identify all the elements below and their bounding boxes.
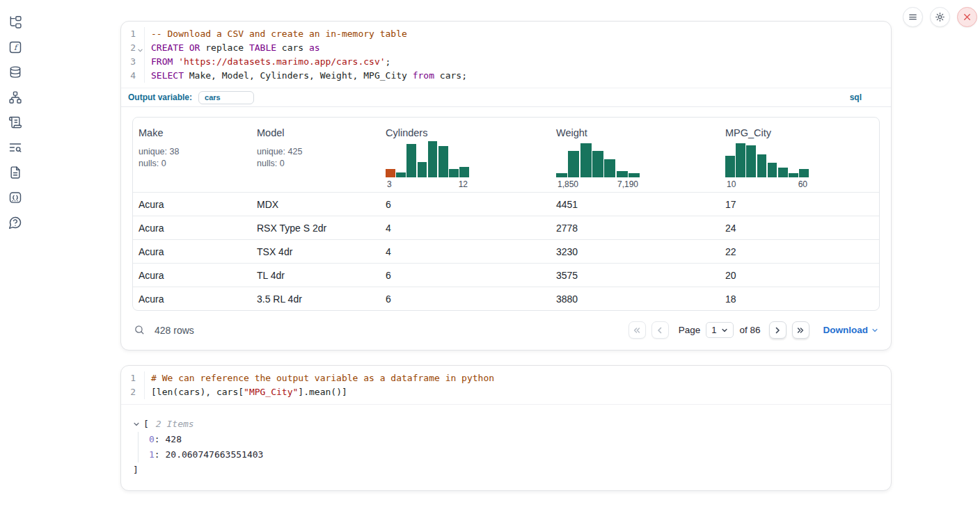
histogram-bar <box>418 162 427 177</box>
stat-line: nulls: 0 <box>257 158 374 170</box>
close-button[interactable] <box>957 7 977 27</box>
table-cell: 24 <box>720 216 879 239</box>
output-variable-input[interactable] <box>198 91 254 104</box>
column-stats: unique: 425nulls: 0 <box>257 146 374 170</box>
sidebar-item-database[interactable] <box>6 63 25 82</box>
table-cell: 3.5 RL 4dr <box>251 287 380 310</box>
tree-entry[interactable]: 0: 428 <box>149 432 877 447</box>
menu-button[interactable] <box>903 7 923 27</box>
table-row[interactable]: AcuraTL 4dr6357520 <box>133 263 879 287</box>
line-number: 1 <box>121 27 145 41</box>
table-cell: Acura <box>133 240 251 263</box>
table-cell: Acura <box>133 216 251 239</box>
table-row[interactable]: AcuraTSX 4dr4323022 <box>133 239 879 263</box>
functions-icon: f <box>8 40 22 54</box>
sidebar-item-file-tree[interactable] <box>6 13 25 32</box>
stat-line: nulls: 0 <box>139 158 246 170</box>
table-row[interactable]: AcuraMDX6445117 <box>133 192 879 216</box>
snippets-icon <box>8 166 22 179</box>
python-output-tree: [2 Items0: 4281: 20.060747663551403] <box>121 404 891 490</box>
table-cell: 3575 <box>551 264 720 287</box>
notebook: 1-- Download a CSV and create an in-memo… <box>120 21 892 491</box>
code-token <box>184 42 189 53</box>
code-token: 'https://datasets.marimo.app/cars.csv' <box>178 56 385 67</box>
outline-search-icon <box>8 140 22 154</box>
code-token: [len(cars), cars[ <box>151 387 244 397</box>
entry-value: 20.060747663551403 <box>165 449 263 460</box>
code-line: 2[len(cars), cars["MPG_City"].mean()] <box>121 385 891 399</box>
entry-separator: : <box>155 434 166 444</box>
sidebar-item-logs[interactable] <box>6 113 25 132</box>
python-code-editor[interactable]: 1# We can reference the output variable … <box>121 366 891 404</box>
sidebar-item-outline-search[interactable] <box>6 138 25 157</box>
tree-entry[interactable]: 1: 20.060747663551403 <box>149 447 877 462</box>
column-header[interactable]: MPG_City1060 <box>720 126 879 189</box>
line-number: 2 <box>121 385 145 399</box>
topbar-actions <box>903 7 977 27</box>
table-cell: 6 <box>380 287 551 310</box>
last-page-button[interactable] <box>792 321 809 339</box>
code-line: 1# We can reference the output variable … <box>121 371 891 385</box>
histogram-max-label: 60 <box>798 179 807 189</box>
column-header[interactable]: Cylinders312 <box>380 126 551 189</box>
file-tree-icon <box>8 15 22 29</box>
page-label: Page <box>679 325 701 335</box>
sql-code-editor[interactable]: 1-- Download a CSV and create an in-memo… <box>121 22 891 88</box>
sql-output: Makeunique: 38nulls: 0Modelunique: 425nu… <box>121 107 891 350</box>
histogram-bar <box>386 169 395 177</box>
svg-text:f: f <box>14 43 19 52</box>
histogram-bars <box>725 141 809 177</box>
code-token: Make, Model, Cylinders, Weight, MPG_City <box>184 70 413 81</box>
column-header[interactable]: Weight1,8507,190 <box>551 126 720 189</box>
tree-root: [2 Items <box>133 417 877 432</box>
code-token: cars; <box>434 70 467 81</box>
code-line: 1-- Download a CSV and create an in-memo… <box>121 27 891 41</box>
row-count: 428 rows <box>155 325 194 336</box>
code-token: ; <box>386 56 391 67</box>
table-cell: 3880 <box>551 287 720 310</box>
code-token: replace <box>200 42 248 53</box>
sidebar-item-dependency-graph[interactable] <box>6 88 25 107</box>
histogram-bar <box>428 141 438 177</box>
histogram-max-label: 7,190 <box>617 179 638 189</box>
table-row[interactable]: Acura3.5 RL 4dr6388018 <box>133 287 879 310</box>
sidebar-item-snippets[interactable] <box>6 163 25 182</box>
histogram-bar <box>449 169 459 177</box>
table-cell: 17 <box>720 193 879 216</box>
code-token: as <box>309 42 320 53</box>
table-cell: 4 <box>380 240 551 263</box>
language-badge: sql <box>850 92 884 102</box>
page-select[interactable]: 1 <box>706 322 734 338</box>
table-row[interactable]: AcuraRSX Type S 2dr4277824 <box>133 216 879 239</box>
histogram-bar <box>629 173 640 177</box>
table-cell: TL 4dr <box>251 264 380 287</box>
histogram-bar <box>746 145 756 177</box>
database-icon <box>8 65 22 79</box>
sidebar-item-functions[interactable]: f <box>6 38 25 57</box>
pagination: Page 1 of 86 <box>629 321 809 339</box>
histogram-bar <box>406 144 416 177</box>
first-page-button[interactable] <box>629 321 646 339</box>
histogram-bar <box>757 154 767 177</box>
sidebar-item-chat[interactable] <box>6 188 25 207</box>
code-token: FROM <box>151 56 173 67</box>
next-page-button[interactable] <box>769 321 787 339</box>
histogram-bars <box>556 141 640 177</box>
chevron-down-icon[interactable] <box>133 421 140 428</box>
prev-page-button[interactable] <box>651 321 669 339</box>
histogram-bar <box>396 172 406 177</box>
column-header[interactable]: Makeunique: 38nulls: 0 <box>133 126 251 189</box>
line-number: 2 <box>121 41 145 55</box>
histogram-bar <box>736 143 745 177</box>
histogram-min-label: 1,850 <box>558 179 578 189</box>
histogram-bar <box>617 171 628 177</box>
search-icon[interactable] <box>134 324 145 336</box>
download-button[interactable]: Download <box>823 325 879 335</box>
code-token: SELECT <box>151 70 184 81</box>
sidebar-item-help[interactable] <box>6 213 25 232</box>
histogram-min-label: 10 <box>727 179 736 189</box>
histogram-bar <box>568 151 579 177</box>
settings-button[interactable] <box>930 7 950 27</box>
column-header[interactable]: Modelunique: 425nulls: 0 <box>251 126 380 189</box>
histogram-bar <box>556 173 567 177</box>
